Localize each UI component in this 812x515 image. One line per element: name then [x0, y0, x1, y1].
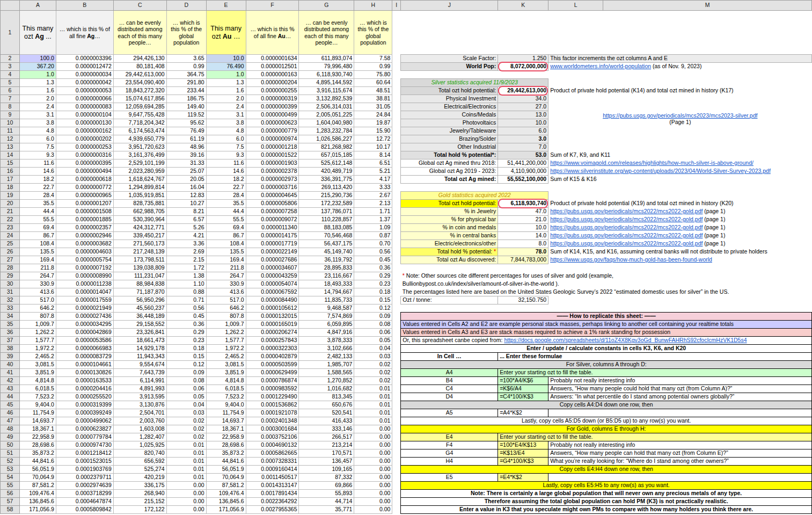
hyperlink[interactable]: https://pubs.usgs.gov/periodicals/mcs202…: [550, 232, 703, 238]
cell-I50[interactable]: [392, 441, 401, 449]
row-header-10[interactable]: 10: [1, 119, 20, 127]
cell-I6[interactable]: [392, 87, 401, 95]
cell-D25[interactable]: 3.36: [166, 240, 206, 248]
cell-A39[interactable]: 2,465.2: [19, 353, 56, 361]
cell-B4[interactable]: 0.0000000034: [56, 71, 113, 79]
cell-G49[interactable]: 266,517: [299, 433, 354, 441]
cell-C14[interactable]: 3,161,376,499: [113, 151, 166, 159]
cell-H14[interactable]: 8.14: [354, 151, 392, 159]
cell-B26[interactable]: 0.0000004603: [56, 248, 113, 256]
cell-C39[interactable]: 11,943,343: [113, 353, 166, 361]
row-header-22[interactable]: 22: [1, 216, 20, 224]
cell-E11[interactable]: 4.8: [206, 127, 246, 135]
cell-I58[interactable]: [392, 506, 401, 514]
column-header-M[interactable]: M: [603, 1, 812, 11]
cell-A32[interactable]: 517.0: [19, 296, 56, 304]
cell-E12[interactable]: 6.0: [206, 135, 246, 143]
cell-J28[interactable]: [401, 264, 498, 272]
cell-F3[interactable]: 0.0000012501: [246, 63, 299, 71]
cell-I30[interactable]: [392, 280, 401, 288]
row-header-6[interactable]: 6: [1, 87, 20, 95]
cell-L16[interactable]: https://www.silverinstitute.org/wp-conte…: [548, 168, 812, 176]
cell-J56[interactable]: Note: There is certainly a large global …: [401, 490, 812, 498]
row-header-54[interactable]: 54: [1, 474, 20, 482]
cell-G40[interactable]: 1,985,707: [299, 361, 354, 369]
cell-B51[interactable]: 0.0001218412: [56, 449, 113, 458]
cell-B11[interactable]: 0.0000000162: [56, 127, 113, 135]
cell-A46[interactable]: 11,754.9: [19, 409, 56, 417]
cell-E21[interactable]: 44.4: [206, 208, 246, 216]
cell-F39[interactable]: 0.0000402879: [246, 353, 299, 361]
cell-L13[interactable]: [548, 143, 603, 151]
cell-F44[interactable]: 0.0001229490: [246, 393, 299, 401]
cell-J12[interactable]: Brazing/Solder: [401, 135, 498, 143]
cell-C28[interactable]: 139,038,809: [113, 264, 166, 272]
cell-A10[interactable]: 3.8: [19, 119, 56, 127]
cell-G11[interactable]: 1,283,232,784: [299, 127, 354, 135]
cell-A22[interactable]: 55.5: [19, 216, 56, 224]
cell-H20[interactable]: 2.13: [354, 200, 392, 208]
cell-F2[interactable]: 0.0000001634: [246, 55, 299, 63]
cell-L42[interactable]: Probably not really interesting info: [548, 377, 812, 385]
row-header-16[interactable]: 16: [1, 168, 20, 176]
cell-L43[interactable]: Answers, “How many people could hold tha…: [548, 385, 812, 393]
hyperlink[interactable]: https://pubs.usgs.gov/periodicals/mcs202…: [550, 240, 703, 246]
cell-D30[interactable]: 1.10: [166, 280, 206, 288]
cell-E22[interactable]: 55.5: [206, 216, 246, 224]
cell-D29[interactable]: 1.38: [166, 272, 206, 280]
cell-B24[interactable]: 0.0000002946: [56, 232, 113, 240]
cell-J55[interactable]: Lastly, copy cells E5:H5 to any row(s) a…: [401, 482, 812, 490]
hyperlink[interactable]: https://www.usgs.gov/faqs/how-much-gold-…: [550, 256, 712, 263]
cell-B29[interactable]: 0.0000008990: [56, 272, 113, 280]
cell-D40[interactable]: 0.12: [166, 361, 206, 369]
cell-C31[interactable]: 71,187,870: [113, 288, 166, 296]
column-header-L[interactable]: L: [548, 1, 603, 11]
row-header-48[interactable]: 48: [1, 425, 20, 433]
cell-G19[interactable]: 215,290,736: [299, 192, 354, 200]
cell-E37[interactable]: 1,577.7: [206, 337, 246, 345]
cell-I45[interactable]: [392, 401, 401, 409]
cell-F48[interactable]: 0.0003001684: [246, 425, 299, 433]
cell-B21[interactable]: 0.0000001508: [56, 208, 113, 216]
cell-D19[interactable]: 12.83: [166, 192, 206, 200]
cell-D41[interactable]: 0.09: [166, 369, 206, 377]
cell-B15[interactable]: 0.0000000395: [56, 159, 113, 168]
cell-B17[interactable]: 0.0000000618: [56, 176, 113, 184]
cell-B57[interactable]: 0.0004647874: [56, 498, 113, 506]
cell-E8[interactable]: 2.4: [206, 103, 246, 111]
cell-G54[interactable]: 87,332: [299, 474, 354, 482]
cell-C11[interactable]: 6,174,563,474: [113, 127, 166, 135]
select-all-corner[interactable]: [1, 1, 20, 11]
cell-E23[interactable]: 69.4: [206, 224, 246, 232]
cell-E17[interactable]: 18.2: [206, 176, 246, 184]
cell-L51[interactable]: Answers, “How many people can hold that …: [548, 449, 812, 458]
cell-D49[interactable]: 0.02: [166, 433, 206, 441]
cell-E51[interactable]: 35,873.2: [206, 449, 246, 458]
row-header-57[interactable]: 57: [1, 498, 20, 506]
cell-B40[interactable]: 0.0000104661: [56, 361, 113, 369]
row-header-34[interactable]: 34: [1, 313, 20, 321]
cell-I5[interactable]: [392, 79, 401, 87]
cell-D24[interactable]: 4.21: [166, 232, 206, 240]
cell-B56[interactable]: 0.0003718299: [56, 490, 113, 498]
cell-F11[interactable]: 0.0000000779: [246, 127, 299, 135]
cell-A35[interactable]: 1,009.7: [19, 321, 56, 329]
cell-A36[interactable]: 1,262.2: [19, 329, 56, 337]
cell-F41[interactable]: 0.0000629499: [246, 369, 299, 377]
cell-H51[interactable]: 0.00: [354, 449, 392, 458]
cell-E44[interactable]: 7,523.2: [206, 393, 246, 401]
cell-C20[interactable]: 828,735,881: [113, 200, 166, 208]
row-header-29[interactable]: 29: [1, 272, 20, 280]
cell-D8[interactable]: 149.40: [166, 103, 206, 111]
cell-C46[interactable]: 2,504,701: [113, 409, 166, 417]
cell-E28[interactable]: 211.8: [206, 264, 246, 272]
cell-G57[interactable]: 44,714: [299, 498, 354, 506]
cell-H4[interactable]: 75.80: [354, 71, 392, 79]
cell-L3[interactable]: www.worldometers.info/world-population (…: [548, 63, 812, 71]
cell-F16[interactable]: 0.0000002378: [246, 168, 299, 176]
cell-M8[interactable]: [603, 103, 812, 111]
cell-J10[interactable]: Photovoltaics: [401, 119, 498, 127]
row-header-5[interactable]: 5: [1, 79, 20, 87]
cell-H24[interactable]: 0.87: [354, 232, 392, 240]
cell-H17[interactable]: 4.17: [354, 176, 392, 184]
